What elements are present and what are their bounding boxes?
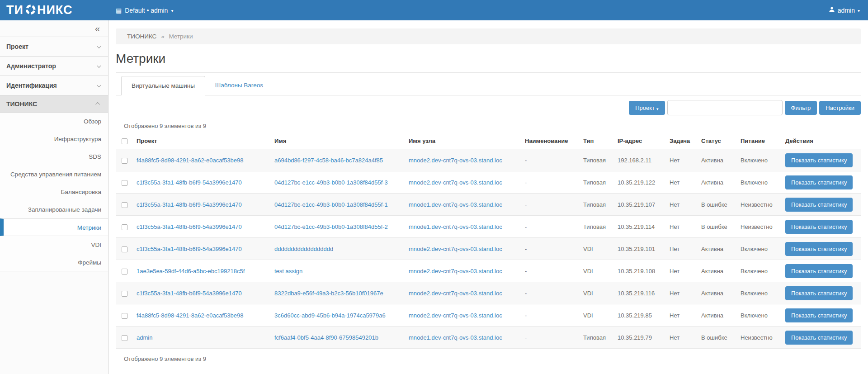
show-statistics-button[interactable]: Показать статистику — [785, 198, 853, 212]
row-checkbox[interactable] — [122, 291, 127, 297]
naming-cell: - — [521, 149, 580, 171]
project-context-switcher[interactable]: ▤ Default • admin ▾ — [108, 7, 173, 14]
status-cell: Активна — [698, 260, 737, 282]
task-cell: Нет — [666, 149, 698, 171]
vm-name-link[interactable]: a694bd86-f297-4c58-ba46-bc7a824a4f85 — [274, 157, 383, 164]
project-link[interactable]: c1f3c55a-3fa1-48fb-b6f9-54a3996e1470 — [137, 223, 242, 230]
chevron-down-icon — [97, 83, 101, 87]
vm-name-link[interactable]: 8322dba9-e56f-49a3-b2c3-56b10f01967e — [274, 290, 383, 297]
project-link[interactable]: f4a88fc5-8d98-4291-8a62-e0acaf53be98 — [137, 312, 243, 319]
column-header-status[interactable]: Статус — [698, 133, 737, 149]
naming-cell: - — [521, 238, 580, 260]
main-content: ТИОНИКС » Метрики Метрики Виртуальные ма… — [108, 20, 868, 374]
row-checkbox[interactable] — [122, 269, 127, 275]
row-checkbox[interactable] — [122, 180, 127, 186]
row-checkbox[interactable] — [122, 313, 127, 319]
host-link[interactable]: mnode2.dev-cnt7q-ovs-03.stand.loc — [409, 268, 502, 275]
project-link[interactable]: f4a88fc5-8d98-4291-8a62-e0acaf53be98 — [137, 157, 243, 164]
host-link[interactable]: mnode1.dev-cnt7q-ovs-03.stand.loc — [409, 334, 502, 341]
row-checkbox[interactable] — [122, 158, 127, 164]
column-header-power[interactable]: Питание — [737, 133, 782, 149]
host-link[interactable]: mnode1.dev-cnt7q-ovs-03.stand.loc — [409, 223, 502, 230]
naming-cell: - — [521, 216, 580, 238]
sidebar-item-infrastructure[interactable]: Инфраструктура — [0, 130, 108, 148]
vm-name-link[interactable]: 04d127bc-e1cc-49b3-b0b0-1a308f84d55f-3 — [274, 179, 388, 186]
column-header-hostname[interactable]: Имя узла — [405, 133, 521, 149]
show-statistics-button[interactable]: Показать статистику — [785, 220, 853, 234]
column-header-type[interactable]: Тип — [580, 133, 614, 149]
sidebar-item-scheduled-tasks[interactable]: Запланированные задачи — [0, 201, 108, 218]
sidebar-item-frames[interactable]: Фреймы — [0, 254, 108, 271]
tab-bareos-templates[interactable]: Шаблоны Bareos — [205, 76, 273, 95]
show-statistics-button[interactable]: Показать статистику — [785, 286, 853, 300]
row-checkbox[interactable] — [122, 224, 127, 230]
host-link[interactable]: mnode2.dev-cnt7q-ovs-03.stand.loc — [409, 246, 502, 252]
tab-bar: Виртуальные машины Шаблоны Bareos — [116, 76, 861, 95]
vm-name-link[interactable]: dddddddddddddddddd — [274, 246, 333, 252]
sidebar-item-overview[interactable]: Обзор — [0, 113, 108, 130]
select-all-checkbox[interactable] — [122, 138, 127, 144]
vm-name-link[interactable]: test assign — [274, 268, 302, 275]
sidebar: « Проект Администратор Идентификация ТИО… — [0, 20, 108, 374]
table-row: 1ae3e5ea-59df-44d6-a5bc-ebc199218c5f tes… — [116, 260, 861, 282]
vm-name-link[interactable]: 04d127bc-e1cc-49b3-b0b0-1a308f84d55f-1 — [274, 201, 388, 208]
column-header-project[interactable]: Проект — [133, 133, 271, 149]
vm-name-link[interactable]: fcf6aaf4-0bf5-4aa4-8f90-67598549201b — [274, 334, 378, 341]
sidebar-section-tionix[interactable]: ТИОНИКС — [0, 95, 108, 113]
project-link[interactable]: admin — [137, 334, 152, 341]
filter-button[interactable]: Фильтр — [785, 101, 817, 115]
column-header-name[interactable]: Имя — [271, 133, 405, 149]
host-link[interactable]: mnode2.dev-cnt7q-ovs-03.stand.loc — [409, 290, 502, 297]
project-link[interactable]: c1f3c55a-3fa1-48fb-b6f9-54a3996e1470 — [137, 290, 242, 297]
naming-cell: - — [521, 171, 580, 194]
tab-virtual-machines[interactable]: Виртуальные машины — [121, 76, 205, 95]
project-link[interactable]: c1f3c55a-3fa1-48fb-b6f9-54a3996e1470 — [137, 246, 242, 252]
sidebar-section-project[interactable]: Проект — [0, 37, 108, 57]
column-header-naming[interactable]: Наименование — [521, 133, 580, 149]
sidebar-section-admin[interactable]: Администратор — [0, 57, 108, 76]
sidebar-item-balancing[interactable]: Балансировка — [0, 183, 108, 201]
host-link[interactable]: mnode1.dev-cnt7q-ovs-03.stand.loc — [409, 201, 502, 208]
vm-name-link[interactable]: 3c6d60cc-abd9-45b6-b94a-1974ca5979a6 — [274, 312, 386, 319]
sidebar-section-identity[interactable]: Идентификация — [0, 76, 108, 95]
vm-name-link[interactable]: 04d127bc-e1cc-49b3-b0b0-1a308f84d55f-2 — [274, 223, 388, 230]
project-link[interactable]: c1f3c55a-3fa1-48fb-b6f9-54a3996e1470 — [137, 179, 242, 186]
top-header-bar: ТИ НИКС ▤ Default • admin ▾ admin ▾ — [0, 0, 868, 20]
row-checkbox[interactable] — [122, 202, 127, 208]
sidebar-item-metrics[interactable]: Метрики — [0, 218, 108, 236]
host-link[interactable]: mnode2.dev-cnt7q-ovs-03.stand.loc — [409, 312, 502, 319]
ip-cell: 10.35.219.114 — [614, 216, 666, 238]
settings-button[interactable]: Настройки — [819, 101, 861, 115]
project-link[interactable]: c1f3c55a-3fa1-48fb-b6f9-54a3996e1470 — [137, 201, 242, 208]
show-statistics-button[interactable]: Показать статистику — [785, 264, 853, 278]
column-header-task[interactable]: Задача — [666, 133, 698, 149]
app-logo[interactable]: ТИ НИКС — [0, 3, 108, 17]
sidebar-item-power-management[interactable]: Средства управления питанием — [0, 166, 108, 183]
show-statistics-button[interactable]: Показать статистику — [785, 242, 853, 256]
host-link[interactable]: mnode2.dev-cnt7q-ovs-03.stand.loc — [409, 179, 502, 186]
sidebar-item-vdi[interactable]: VDI — [0, 236, 108, 254]
table-row: c1f3c55a-3fa1-48fb-b6f9-54a3996e1470 ddd… — [116, 238, 861, 260]
host-link[interactable]: mnode2.dev-cnt7q-ovs-03.stand.loc — [409, 157, 502, 164]
chevron-down-icon: ▾ — [171, 8, 173, 13]
project-link[interactable]: 1ae3e5ea-59df-44d6-a5bc-ebc199218c5f — [137, 268, 245, 275]
user-menu[interactable]: admin ▾ — [829, 6, 868, 14]
project-filter-dropdown[interactable]: Проект▾ — [629, 101, 665, 115]
naming-cell: - — [521, 194, 580, 216]
search-input[interactable] — [667, 100, 783, 115]
table-row: c1f3c55a-3fa1-48fb-b6f9-54a3996e1470 04d… — [116, 194, 861, 216]
column-header-actions: Действия — [782, 133, 861, 149]
show-statistics-button[interactable]: Показать статистику — [785, 175, 853, 189]
sidebar-item-sds[interactable]: SDS — [0, 148, 108, 166]
column-header-ip[interactable]: IP-адрес — [614, 133, 666, 149]
breadcrumb-root-link[interactable]: ТИОНИКС — [127, 33, 156, 40]
type-cell: Типовая — [580, 216, 614, 238]
row-checkbox[interactable] — [122, 246, 127, 252]
sidebar-collapse-row: « — [0, 20, 108, 37]
show-statistics-button[interactable]: Показать статистику — [785, 153, 853, 167]
row-checkbox[interactable] — [122, 335, 127, 341]
sidebar-collapse-button[interactable]: « — [95, 24, 100, 33]
show-statistics-button[interactable]: Показать статистику — [785, 331, 853, 345]
show-statistics-button[interactable]: Показать статистику — [785, 308, 853, 322]
type-cell: Типовая — [580, 194, 614, 216]
